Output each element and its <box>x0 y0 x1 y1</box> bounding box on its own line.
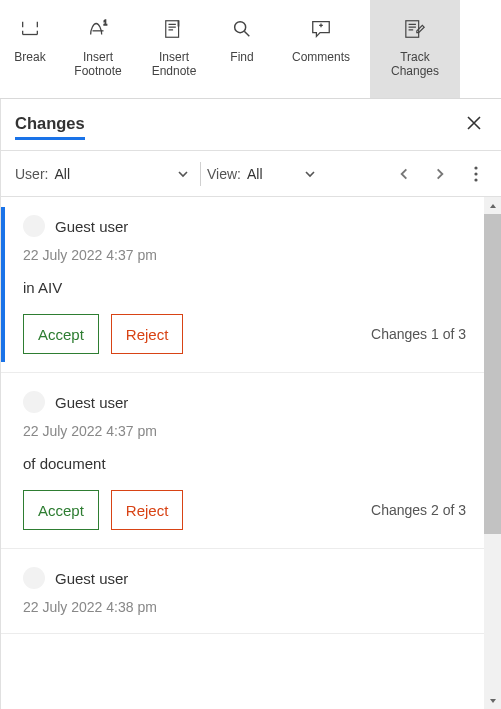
insert-footnote-label: Insert Footnote <box>74 50 121 78</box>
change-user-row: Guest user <box>23 391 466 413</box>
scroll-down-button[interactable] <box>484 692 501 709</box>
comments-button[interactable]: Comments <box>272 0 370 98</box>
toolbar-overflow <box>460 0 501 98</box>
view-filter[interactable]: View: All <box>207 166 263 182</box>
change-actions: Accept Reject Changes 2 of 3 <box>23 490 466 530</box>
break-icon <box>19 12 41 46</box>
change-user: Guest user <box>55 570 128 587</box>
insert-footnote-button[interactable]: 1 Insert Footnote <box>60 0 136 98</box>
change-user: Guest user <box>55 394 128 411</box>
svg-point-6 <box>474 172 477 175</box>
search-icon <box>231 12 253 46</box>
toolbar: Break 1 Insert Footnote i Insert Endnote <box>0 0 501 99</box>
track-changes-button[interactable]: Track Changes <box>370 0 460 98</box>
svg-text:1: 1 <box>104 19 108 26</box>
user-filter-chevron[interactable] <box>172 159 194 189</box>
change-user: Guest user <box>55 218 128 235</box>
scroll-up-button[interactable] <box>484 197 501 214</box>
filter-bar: User: All View: All <box>0 151 501 197</box>
more-options-button[interactable] <box>461 159 491 189</box>
svg-text:i: i <box>178 20 179 27</box>
comments-label: Comments <box>292 50 350 64</box>
scrollbar[interactable] <box>484 197 501 709</box>
close-icon <box>465 114 483 132</box>
chevron-right-icon <box>433 167 447 181</box>
change-timestamp: 22 July 2022 4:38 pm <box>23 599 466 615</box>
chevron-down-icon <box>177 168 189 180</box>
close-panel-button[interactable] <box>461 110 487 139</box>
break-label: Break <box>14 50 45 64</box>
change-counter: Changes 1 of 3 <box>371 326 466 342</box>
panel-title: Changes <box>15 114 85 140</box>
track-changes-label-l1: Track <box>400 50 430 64</box>
change-card[interactable]: Guest user 22 July 2022 4:37 pm in AIV A… <box>1 197 484 373</box>
chevron-down-icon <box>304 168 316 180</box>
break-button[interactable]: Break <box>0 0 60 98</box>
footnote-icon: 1 <box>85 12 111 46</box>
insert-endnote-label-l2: Endnote <box>152 64 197 78</box>
reject-button[interactable]: Reject <box>111 490 184 530</box>
change-timestamp: 22 July 2022 4:37 pm <box>23 247 466 263</box>
insert-endnote-label-l1: Insert <box>159 50 189 64</box>
track-changes-icon <box>403 12 427 46</box>
next-change-button[interactable] <box>425 159 455 189</box>
insert-endnote-label: Insert Endnote <box>152 50 197 78</box>
user-filter-label: User: <box>15 166 48 182</box>
scroll-thumb[interactable] <box>484 214 501 534</box>
kebab-icon <box>469 166 483 182</box>
scroll-track-space[interactable] <box>484 534 501 692</box>
svg-point-3 <box>235 22 246 33</box>
insert-footnote-label-l2: Footnote <box>74 64 121 78</box>
view-filter-value: All <box>247 166 263 182</box>
user-filter-value: All <box>54 166 70 182</box>
change-timestamp: 22 July 2022 4:37 pm <box>23 423 466 439</box>
svg-point-7 <box>474 178 477 181</box>
chevron-left-icon <box>397 167 411 181</box>
find-label: Find <box>230 50 253 64</box>
avatar <box>23 391 45 413</box>
changes-scroll-area: Guest user 22 July 2022 4:37 pm in AIV A… <box>0 197 501 709</box>
reject-button[interactable]: Reject <box>111 314 184 354</box>
user-filter[interactable]: User: All <box>15 166 70 182</box>
caret-down-icon <box>489 697 497 705</box>
accept-button[interactable]: Accept <box>23 314 99 354</box>
view-filter-label: View: <box>207 166 241 182</box>
avatar <box>23 567 45 589</box>
endnote-icon: i <box>162 12 186 46</box>
accept-button[interactable]: Accept <box>23 490 99 530</box>
avatar <box>23 215 45 237</box>
svg-rect-1 <box>166 21 179 38</box>
view-filter-chevron[interactable] <box>299 159 321 189</box>
change-text: in AIV <box>23 279 466 296</box>
find-button[interactable]: Find <box>212 0 272 98</box>
track-changes-label: Track Changes <box>391 50 439 78</box>
caret-up-icon <box>489 202 497 210</box>
svg-rect-4 <box>406 21 419 38</box>
comment-icon <box>309 12 333 46</box>
insert-endnote-button[interactable]: i Insert Endnote <box>136 0 212 98</box>
svg-point-5 <box>474 166 477 169</box>
insert-footnote-label-l1: Insert <box>83 50 113 64</box>
prev-change-button[interactable] <box>389 159 419 189</box>
changes-list: Guest user 22 July 2022 4:37 pm in AIV A… <box>1 197 484 709</box>
change-counter: Changes 2 of 3 <box>371 502 466 518</box>
filter-divider <box>200 162 201 186</box>
change-actions: Accept Reject Changes 1 of 3 <box>23 314 466 354</box>
change-card[interactable]: Guest user 22 July 2022 4:37 pm of docum… <box>1 373 484 549</box>
change-user-row: Guest user <box>23 215 466 237</box>
panel-header: Changes <box>0 99 501 151</box>
change-user-row: Guest user <box>23 567 466 589</box>
track-changes-label-l2: Changes <box>391 64 439 78</box>
change-card[interactable]: Guest user 22 July 2022 4:38 pm <box>1 549 484 634</box>
change-text: of document <box>23 455 466 472</box>
